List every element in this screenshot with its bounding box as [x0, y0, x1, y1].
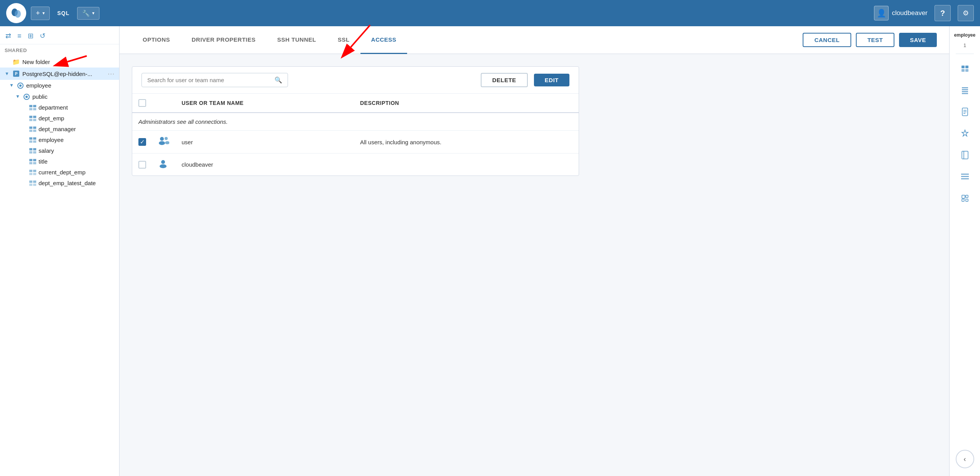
admin-note-row: Administrators see all connections. [132, 113, 579, 131]
svg-rect-65 [966, 195, 968, 197]
svg-rect-54 [962, 93, 968, 94]
ellipsis-icon[interactable]: ⋯ [108, 69, 115, 78]
right-panel-book-icon[interactable] [956, 146, 974, 164]
svg-rect-47 [961, 66, 965, 68]
sidebar-item-postgres[interactable]: ▼ P PostgreSQL@ep-hidden-... ⋯ [0, 68, 119, 80]
filter-icon[interactable]: ≡ [16, 30, 23, 42]
collapse-icon[interactable]: ↺ [38, 30, 47, 42]
tree-label-department: department [39, 104, 68, 111]
cancel-button[interactable]: CANCEL [803, 33, 851, 47]
sidebar-item-current-dept-emp[interactable]: current_dept_emp [0, 167, 119, 178]
table-row[interactable]: ✓ [132, 131, 579, 154]
access-content: 🔍 DELETE EDIT USER OR TEAM NA [120, 54, 949, 476]
access-toolbar: 🔍 DELETE EDIT [132, 67, 579, 94]
svg-rect-16 [33, 119, 36, 121]
svg-rect-17 [29, 127, 32, 129]
right-panel: employee 1 [949, 26, 980, 476]
sidebar-item-salary[interactable]: salary [0, 145, 119, 156]
tab-ssl[interactable]: SSL [327, 26, 360, 54]
right-panel-db-label: employee [953, 31, 977, 39]
wrench-button[interactable]: 🔧 ▾ [77, 7, 99, 20]
right-panel-doc-icon[interactable] [956, 103, 974, 121]
help-button[interactable]: ? [935, 5, 951, 21]
table-row[interactable]: cloudbeaver [132, 154, 579, 176]
right-panel-grid-icon[interactable] [956, 81, 974, 100]
save-button[interactable]: SAVE [899, 33, 937, 47]
svg-rect-20 [33, 130, 36, 132]
th-description: DESCRIPTION [354, 94, 579, 113]
postgres-icon: P [12, 70, 20, 78]
tree-label-current-dept-emp: current_dept_emp [39, 169, 86, 176]
settings-button[interactable]: ⚙ [958, 5, 974, 21]
svg-rect-61 [961, 174, 969, 175]
sidebar-section-label: Shared [0, 44, 119, 55]
svg-rect-28 [33, 151, 36, 154]
sidebar-item-new-folder[interactable]: 📁 New folder [0, 56, 119, 68]
svg-point-42 [159, 141, 165, 145]
right-panel-export-icon[interactable] [956, 189, 974, 208]
new-button[interactable]: + + ▾ [31, 7, 50, 20]
tree-label-dept-manager: dept_manager [39, 126, 76, 132]
right-panel-ai-icon[interactable] [956, 124, 974, 143]
select-all-checkbox[interactable] [138, 99, 146, 107]
th-checkbox [132, 94, 152, 113]
sql-button[interactable]: SQL [54, 8, 73, 18]
sidebar-item-department[interactable]: department [0, 102, 119, 113]
add-folder-icon[interactable]: ⊞ [26, 30, 35, 42]
sidebar-item-dept-emp-latest[interactable]: dept_emp_latest_date [0, 178, 119, 189]
svg-point-46 [160, 164, 167, 168]
chevron-down-icon2: ▾ [92, 10, 94, 16]
table-icon-deptemp [29, 115, 36, 122]
edit-button[interactable]: EDIT [534, 74, 569, 86]
td-name-user: user [175, 131, 354, 154]
sidebar-item-employee-schema[interactable]: ▼ employee [0, 80, 119, 91]
app-logo [6, 3, 26, 23]
table-header-row: USER OR TEAM NAME DESCRIPTION [132, 94, 579, 113]
refresh-icon[interactable]: ⇄ [4, 30, 13, 42]
sidebar-item-public-schema[interactable]: ▼ public [0, 91, 119, 102]
collapse-panel-button[interactable]: ‹ [956, 450, 974, 468]
td-desc-user: All users, including anonymous. [354, 131, 579, 154]
right-panel-row-count: 1 [963, 42, 966, 48]
content-area: OPTIONS DRIVER PROPERTIES SSH TUNNEL SSL… [120, 26, 949, 476]
tree-label-salary: salary [39, 147, 54, 154]
checkbox-cloudbeaver[interactable] [138, 161, 146, 169]
schema-icon [17, 82, 24, 89]
user-info[interactable]: 👤 cloudbeaver [874, 6, 928, 20]
svg-rect-11 [29, 108, 32, 110]
right-panel-list-icon[interactable] [956, 167, 974, 186]
table-icon-salary [29, 147, 36, 154]
svg-rect-9 [29, 105, 32, 107]
svg-text:P: P [15, 72, 18, 76]
right-panel-table-icon[interactable] [956, 59, 974, 78]
svg-point-43 [165, 137, 168, 140]
tab-options[interactable]: OPTIONS [132, 26, 181, 54]
svg-point-8 [25, 96, 28, 98]
test-button[interactable]: TEST [856, 33, 894, 47]
svg-rect-63 [961, 178, 969, 179]
checkbox-user[interactable]: ✓ [138, 138, 146, 146]
view-icon-deptlatest [29, 180, 36, 187]
svg-point-6 [19, 84, 22, 87]
tab-access[interactable]: ACCESS [360, 26, 407, 54]
tree-label-dept-emp-latest: dept_emp_latest_date [39, 180, 96, 186]
sidebar-item-title[interactable]: title [0, 156, 119, 167]
chevron-left-icon: ‹ [964, 455, 966, 463]
svg-rect-25 [29, 148, 32, 150]
search-input[interactable] [147, 77, 271, 83]
svg-rect-31 [29, 162, 32, 164]
search-box: 🔍 [141, 73, 288, 87]
sidebar-item-employee-table[interactable]: employee [0, 135, 119, 145]
tab-driver-properties[interactable]: DRIVER PROPERTIES [181, 26, 266, 54]
th-icon [152, 94, 175, 113]
svg-rect-12 [33, 108, 36, 110]
connection-tabs: OPTIONS DRIVER PROPERTIES SSH TUNNEL SSL… [132, 26, 796, 54]
sidebar-item-dept-manager[interactable]: dept_manager [0, 124, 119, 135]
delete-button[interactable]: DELETE [481, 73, 528, 87]
svg-rect-64 [962, 195, 965, 198]
svg-rect-37 [29, 181, 32, 183]
tab-ssh-tunnel[interactable]: SSH TUNNEL [266, 26, 327, 54]
table-icon-deptmgr [29, 126, 36, 133]
svg-rect-59 [962, 151, 968, 159]
sidebar-item-dept-emp[interactable]: dept_emp [0, 113, 119, 124]
